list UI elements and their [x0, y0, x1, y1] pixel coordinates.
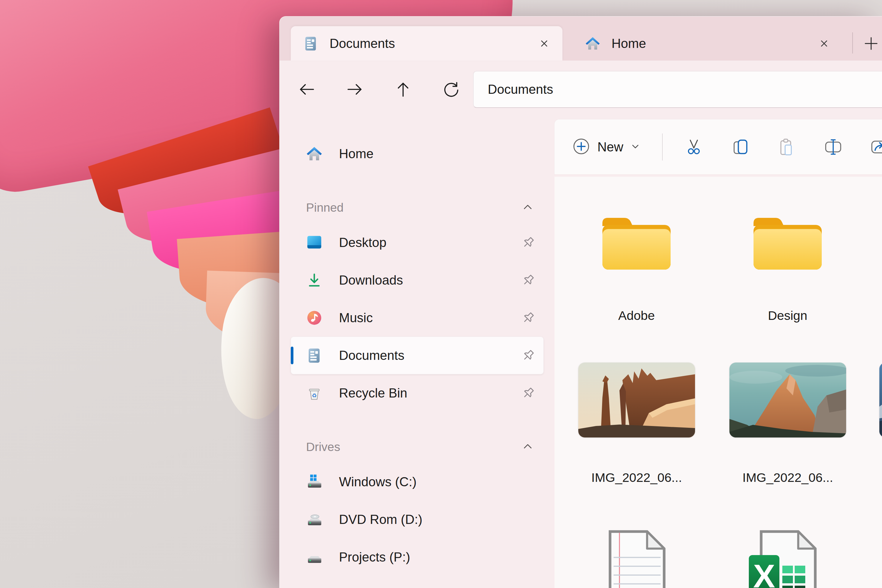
sidebar-item-label: Desktop [339, 235, 386, 250]
windows-drive-icon [306, 474, 322, 490]
chevron-down-icon [630, 141, 640, 152]
back-arrow-icon[interactable] [297, 80, 316, 99]
image-file-1[interactable]: IMG_2022_06... [578, 363, 695, 485]
command-toolbar: New [555, 119, 882, 174]
sidebar-item-label: DVD Rom (D:) [339, 512, 423, 527]
file-name: IMG_2022_06... [591, 470, 682, 485]
window-body: Home Pinned Desktop [280, 118, 882, 588]
excel-document-icon: X [747, 529, 820, 588]
sidebar-item-recycle-bin[interactable]: ♻ Recycle Bin [291, 374, 544, 412]
svg-text:X: X [753, 558, 775, 588]
share-icon[interactable] [870, 138, 882, 156]
file-explorer-window: Documents Home [279, 16, 882, 588]
folder-icon [598, 209, 675, 274]
music-icon [306, 310, 322, 326]
close-tab-icon[interactable] [814, 34, 834, 53]
home-icon [306, 146, 322, 162]
recycle-bin-icon: ♻ [306, 385, 322, 401]
new-button-label: New [597, 140, 623, 154]
forward-arrow-icon[interactable] [345, 80, 365, 99]
sidebar-spacer [280, 172, 555, 191]
text-document-file[interactable] [608, 529, 666, 588]
svg-text:♻: ♻ [312, 392, 316, 399]
selection-indicator [291, 346, 293, 364]
drive-icon [306, 549, 322, 566]
sidebar-item-label: Windows (C:) [339, 474, 417, 489]
sidebar-item-label: Home [339, 146, 374, 161]
sidebar-section-pinned[interactable]: Pinned [291, 191, 544, 224]
tab-title: Home [612, 36, 646, 51]
sidebar-item-documents[interactable]: Documents [291, 337, 544, 374]
tabbar-separator [852, 32, 853, 54]
tab-documents[interactable]: Documents [291, 26, 562, 61]
home-icon [585, 35, 601, 52]
folder-design[interactable]: Design [749, 209, 826, 323]
excel-document-file[interactable]: X [747, 529, 820, 588]
up-arrow-icon[interactable] [393, 80, 413, 99]
dvd-drive-icon [306, 511, 322, 528]
section-label: Pinned [306, 201, 344, 214]
address-bar[interactable]: Documents [473, 71, 882, 108]
file-name: Adobe [618, 308, 655, 323]
cut-icon[interactable] [684, 138, 703, 156]
sidebar-item-label: Music [339, 310, 373, 325]
plus-circle-icon [573, 138, 590, 156]
sidebar-item-desktop[interactable]: Desktop [291, 224, 544, 261]
sidebar-item-home[interactable]: Home [291, 135, 544, 172]
rename-icon[interactable] [824, 138, 843, 156]
new-tab-icon[interactable] [860, 32, 882, 55]
sidebar-item-label: Recycle Bin [339, 386, 407, 400]
address-text: Documents [488, 82, 553, 97]
sidebar-item-projects-p[interactable]: Projects (P:) [291, 538, 544, 576]
navigation-bar: Documents [280, 61, 882, 118]
image-file-3-partial[interactable] [879, 363, 882, 438]
tab-strip: Documents Home [280, 16, 882, 61]
files-grid: Adobe Design [555, 177, 882, 588]
sidebar-item-label: Documents [339, 348, 405, 363]
section-label: Drives [306, 440, 340, 454]
content-area: New [555, 118, 882, 588]
refresh-icon[interactable] [441, 80, 461, 99]
image-thumbnail [729, 363, 846, 438]
folder-icon [749, 209, 826, 274]
pin-icon[interactable] [520, 273, 536, 288]
pin-icon[interactable] [520, 310, 536, 326]
downloads-icon [306, 272, 322, 288]
toolbar-separator [662, 134, 663, 160]
file-name: IMG_2022_06... [742, 470, 833, 485]
folder-adobe[interactable]: Adobe [598, 209, 675, 323]
tab-home[interactable]: Home [562, 26, 845, 61]
sidebar-item-dvd-d[interactable]: DVD Rom (D:) [291, 501, 544, 538]
image-thumbnail [879, 363, 882, 438]
pin-icon[interactable] [520, 235, 536, 250]
documents-icon [303, 35, 319, 52]
tab-title: Documents [330, 36, 395, 51]
file-name: Design [768, 308, 807, 323]
toolbar-icons [684, 138, 882, 156]
chevron-up-icon[interactable] [520, 201, 535, 214]
sidebar-section-drives[interactable]: Drives [291, 431, 544, 463]
text-document-icon [608, 529, 666, 588]
paste-icon[interactable] [777, 138, 796, 156]
pin-icon[interactable] [520, 348, 536, 363]
sidebar-item-label: Downloads [339, 273, 403, 288]
new-button[interactable]: New [573, 138, 640, 156]
sidebar: Home Pinned Desktop [280, 118, 555, 588]
sidebar-item-downloads[interactable]: Downloads [291, 261, 544, 299]
desktop-icon [306, 234, 322, 251]
close-tab-icon[interactable] [535, 34, 554, 53]
image-thumbnail [578, 363, 695, 438]
copy-icon[interactable] [731, 138, 750, 156]
sidebar-item-windows-c[interactable]: Windows (C:) [291, 463, 544, 501]
sidebar-item-label: Projects (P:) [339, 550, 410, 564]
documents-icon [306, 347, 322, 364]
sidebar-spacer [280, 412, 555, 431]
image-file-2[interactable]: IMG_2022_06... [729, 363, 846, 485]
pin-icon[interactable] [520, 386, 536, 401]
sidebar-item-music[interactable]: Music [291, 299, 544, 337]
chevron-up-icon[interactable] [520, 440, 535, 454]
